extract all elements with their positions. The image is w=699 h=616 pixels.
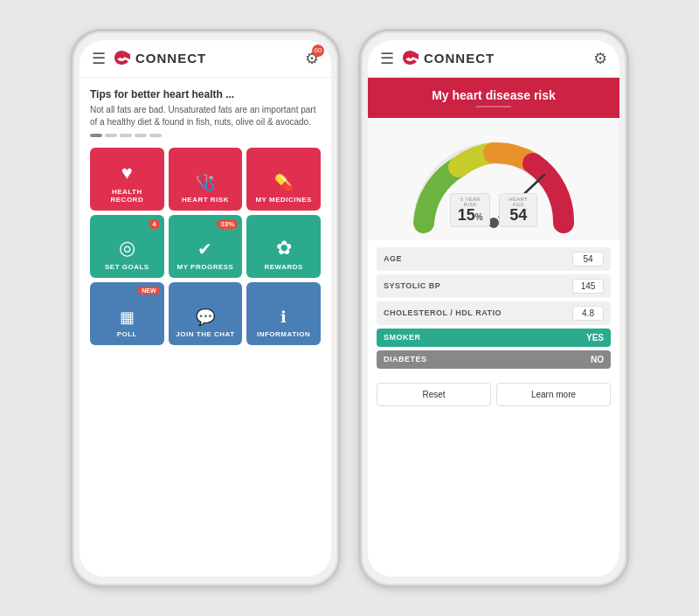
risk-unit: %: [475, 212, 483, 222]
risk-divider: [476, 106, 511, 107]
tile-join-chat[interactable]: 💬 JOIN THE CHAT: [169, 282, 243, 345]
age-label: AGE: [384, 254, 572, 263]
diabetes-value: NO: [591, 355, 604, 364]
risk-header-banner: My heart disease risk: [368, 78, 619, 118]
medicines-icon: 💊: [274, 173, 294, 192]
app-title-2: CONNECT: [424, 51, 495, 66]
screen2-content: My heart disease risk: [368, 78, 619, 577]
logo: CONNECT: [113, 49, 305, 68]
gear-badge: 00: [312, 45, 324, 57]
my-medicines-label: MY MEDICINES: [255, 196, 312, 204]
age-value: 54: [572, 252, 604, 266]
chat-icon: 💬: [196, 308, 215, 327]
dot-3: [120, 134, 132, 137]
field-diabetes[interactable]: DIABETES NO: [377, 350, 611, 369]
tile-poll[interactable]: NEW ▦ POLL: [90, 282, 164, 345]
heart-icon: ♥: [121, 162, 133, 184]
phone-1-screen: ☰ CONNECT ⚙ 00 Tips for better heart hea…: [80, 40, 331, 577]
five-year-risk-value: 15%: [458, 206, 483, 224]
heart-risk-label: HEART RISK: [182, 196, 229, 204]
progress-badge: 33%: [217, 219, 238, 229]
goals-icon: ◎: [119, 237, 135, 260]
info-icon: ℹ: [280, 308, 287, 327]
tile-health-record[interactable]: ♥ HEALTH RECORD: [90, 148, 164, 211]
join-chat-label: JOIN THE CHAT: [176, 330, 234, 338]
logo-icon-2: [401, 49, 420, 68]
rewards-icon: ✿: [276, 237, 292, 260]
tip-dots: [90, 134, 321, 137]
tip-title: Tips for better heart health ...: [90, 88, 321, 100]
logo-icon: [113, 49, 132, 68]
poll-icon: ▦: [120, 308, 135, 327]
risk-fields: AGE 54 SYSTOLIC BP 145 CHOLESTEROL / HDL…: [368, 240, 619, 376]
cholesterol-value: 4.8: [572, 306, 604, 321]
risk-buttons: Reset Learn more: [368, 376, 619, 413]
information-label: INFORMATION: [257, 330, 310, 338]
health-record-label: HEALTH RECORD: [95, 188, 159, 204]
learn-more-button[interactable]: Learn more: [496, 383, 611, 406]
settings-icon[interactable]: ⚙ 00: [305, 49, 319, 68]
menu-icon[interactable]: ☰: [92, 49, 106, 68]
poll-label: POLL: [117, 330, 137, 338]
five-year-risk-box: 5 YEAR RISK 15%: [450, 193, 490, 227]
tip-section: Tips for better heart health ... Not all…: [90, 88, 321, 137]
tile-information[interactable]: ℹ INFORMATION: [246, 282, 321, 345]
tile-my-medicines[interactable]: 💊 MY MEDICINES: [246, 148, 321, 211]
phone-2: ☰ CONNECT ⚙ My heart disease risk: [358, 29, 629, 588]
goals-badge: 4: [149, 219, 159, 229]
cholesterol-label: CHOLESTEROL / HDL RATIO: [384, 308, 572, 317]
dot-4: [135, 134, 147, 137]
smoker-label: SMOKER: [384, 333, 586, 342]
field-age: AGE 54: [377, 247, 611, 271]
rewards-label: REWARDS: [264, 263, 302, 271]
tile-heart-risk[interactable]: 🩺 HEART RISK: [169, 148, 243, 211]
heart-risk-icon: 🩺: [196, 173, 215, 192]
reset-button[interactable]: Reset: [377, 383, 491, 406]
tile-grid: ♥ HEALTH RECORD 🩺 HEART RISK 💊 MY MEDICI…: [90, 148, 321, 345]
heart-age-box: HEART AGE 54: [499, 193, 537, 227]
diabetes-label: DIABETES: [384, 355, 591, 363]
gauge-section: 5 YEAR RISK 15% HEART AGE 54: [368, 118, 619, 240]
tile-rewards[interactable]: ✿ REWARDS: [246, 215, 321, 278]
screen1-content: Tips for better heart health ... Not all…: [80, 78, 331, 577]
risk-title: My heart disease risk: [378, 88, 609, 102]
systolic-value: 145: [572, 279, 604, 294]
tile-set-goals[interactable]: 4 ◎ SET GOALS: [90, 215, 164, 278]
settings-icon-2[interactable]: ⚙: [593, 49, 607, 68]
field-cholesterol: CHOLESTEROL / HDL RATIO 4.8: [377, 301, 611, 325]
gauge-values: 5 YEAR RISK 15% HEART AGE 54: [450, 193, 537, 227]
menu-icon-2[interactable]: ☰: [380, 49, 394, 68]
field-systolic: SYSTOLIC BP 145: [377, 274, 611, 298]
systolic-label: SYSTOLIC BP: [384, 281, 572, 290]
set-goals-label: SET GOALS: [105, 263, 149, 271]
smoker-value: YES: [586, 333, 604, 343]
app-title: CONNECT: [135, 51, 206, 66]
field-smoker[interactable]: SMOKER YES: [377, 329, 611, 347]
phone1-header: ☰ CONNECT ⚙ 00: [80, 40, 331, 78]
dot-1: [90, 134, 102, 137]
tile-my-progress[interactable]: 33% ✔ MY PROGRESS: [169, 215, 243, 278]
phone2-header: ☰ CONNECT ⚙: [368, 40, 619, 78]
tip-text: Not all fats are bad. Unsaturated fats a…: [90, 104, 321, 128]
my-progress-label: MY PROGRESS: [177, 263, 234, 271]
heart-age-value: 54: [509, 206, 527, 224]
dot-2: [105, 134, 117, 137]
dot-5: [149, 134, 162, 137]
progress-icon: ✔: [197, 239, 212, 260]
gauge-container: 5 YEAR RISK 15% HEART AGE 54: [406, 127, 581, 232]
phone-1: ☰ CONNECT ⚙ 00 Tips for better heart hea…: [70, 29, 341, 588]
logo-2: CONNECT: [401, 49, 593, 68]
phone-2-screen: ☰ CONNECT ⚙ My heart disease risk: [368, 40, 619, 577]
poll-badge: NEW: [138, 287, 159, 294]
